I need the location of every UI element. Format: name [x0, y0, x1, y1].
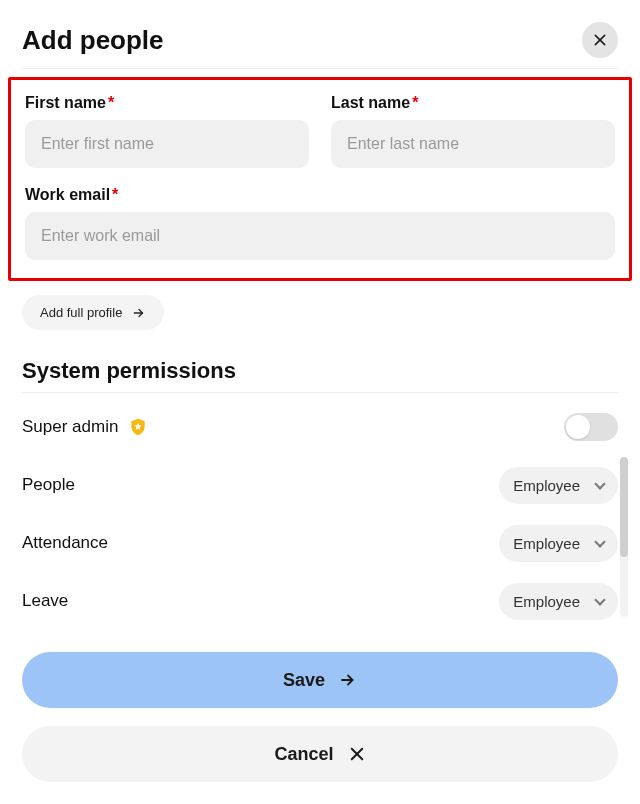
modal-header: Add people [22, 22, 618, 58]
arrow-right-icon [132, 306, 146, 320]
scrollbar-track[interactable] [620, 457, 628, 617]
permission-row-people: People Employee [22, 465, 618, 505]
system-permissions-title: System permissions [22, 358, 618, 384]
super-admin-toggle[interactable] [564, 413, 618, 441]
required-fields-highlight: First name* Last name* Work email* [8, 77, 632, 281]
arrow-right-icon [339, 671, 357, 689]
people-role-select[interactable]: Employee [499, 467, 618, 504]
required-marker: * [412, 94, 418, 111]
chevron-down-icon [594, 594, 605, 605]
required-marker: * [108, 94, 114, 111]
permission-label: Leave [22, 591, 68, 611]
modal-footer: Save Cancel [22, 652, 618, 782]
close-icon [592, 32, 608, 48]
super-admin-row: Super admin [22, 407, 618, 447]
scrollbar-thumb[interactable] [620, 457, 628, 557]
chevron-down-icon [594, 478, 605, 489]
header-divider [22, 68, 618, 69]
attendance-role-select[interactable]: Employee [499, 525, 618, 562]
last-name-label-text: Last name [331, 94, 410, 111]
add-full-profile-label: Add full profile [40, 305, 122, 320]
modal-panel: Add people First name* Last name* [0, 0, 640, 804]
modal-title: Add people [22, 25, 164, 56]
permissions-list: Super admin People Employee Attendance E… [22, 407, 618, 621]
toggle-knob [566, 415, 590, 439]
first-name-label-text: First name [25, 94, 106, 111]
save-button[interactable]: Save [22, 652, 618, 708]
section-divider [22, 392, 618, 393]
leave-role-select[interactable]: Employee [499, 583, 618, 620]
close-icon [348, 745, 366, 763]
first-name-input[interactable] [25, 120, 309, 168]
work-email-label-text: Work email [25, 186, 110, 203]
work-email-label: Work email* [25, 186, 615, 204]
close-button[interactable] [582, 22, 618, 58]
super-admin-label: Super admin [22, 417, 118, 437]
save-button-label: Save [283, 670, 325, 691]
permission-row-attendance: Attendance Employee [22, 523, 618, 563]
permission-row-leave: Leave Employee [22, 581, 618, 621]
first-name-label: First name* [25, 94, 309, 112]
required-marker: * [112, 186, 118, 203]
work-email-input[interactable] [25, 212, 615, 260]
permission-label: People [22, 475, 75, 495]
last-name-input[interactable] [331, 120, 615, 168]
last-name-label: Last name* [331, 94, 615, 112]
shield-icon [128, 417, 148, 437]
cancel-button[interactable]: Cancel [22, 726, 618, 782]
select-value: Employee [513, 593, 580, 610]
select-value: Employee [513, 477, 580, 494]
permission-label: Attendance [22, 533, 108, 553]
chevron-down-icon [594, 536, 605, 547]
select-value: Employee [513, 535, 580, 552]
cancel-button-label: Cancel [274, 744, 333, 765]
add-full-profile-button[interactable]: Add full profile [22, 295, 164, 330]
